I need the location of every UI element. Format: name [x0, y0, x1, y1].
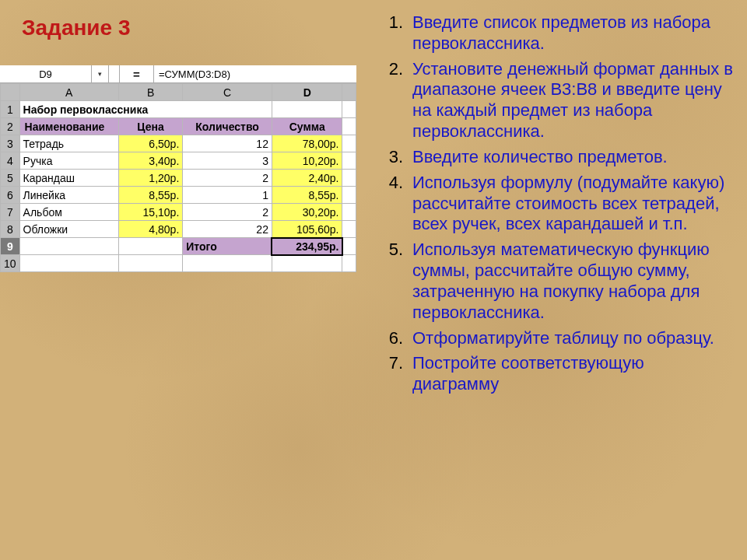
cell-B10[interactable]	[118, 255, 182, 272]
cell-B9[interactable]	[118, 238, 182, 255]
row-header-1[interactable]: 1	[1, 101, 20, 118]
cell-A10[interactable]	[19, 255, 118, 272]
col-header-D[interactable]: D	[272, 84, 342, 101]
page-title: Задание 3	[22, 16, 131, 40]
cell-D10[interactable]	[272, 255, 342, 272]
list-item: 3.Введите количество предметов.	[375, 147, 735, 168]
select-all-corner[interactable]	[1, 84, 20, 101]
cell-C5[interactable]: 2	[183, 170, 272, 187]
row-9-totals: 9 Итого 234,95р.	[1, 238, 356, 255]
col-header-A[interactable]: A	[19, 84, 118, 101]
row-1: 1 Набор первоклассника	[1, 101, 356, 118]
step-text: Отформатируйте таблицу по образцу.	[412, 328, 714, 348]
list-item: 4.Используя формулу (подумайте какую) ра…	[375, 173, 735, 235]
cell-D8[interactable]: 105,60р.	[272, 221, 342, 238]
cell-C3[interactable]: 12	[183, 135, 272, 152]
table-row: 8 Обложки 4,80р. 22 105,60р.	[1, 221, 356, 238]
step-text: Введите количество предметов.	[412, 147, 668, 166]
cell-A3[interactable]: Тетрадь	[19, 135, 118, 152]
cell-C10[interactable]	[183, 255, 272, 272]
cell-filler	[342, 101, 356, 118]
cell-A8[interactable]: Обложки	[19, 221, 118, 238]
cell-C6[interactable]: 1	[183, 187, 272, 204]
cell-C2[interactable]: Количество	[183, 118, 272, 135]
table-row: 6 Линейка 8,55р. 1 8,55р.	[1, 187, 356, 204]
cell-B6[interactable]: 8,55р.	[118, 187, 182, 204]
instructions-list: 1.Введите список предметов из набора пер…	[375, 12, 735, 400]
row-header-4[interactable]: 4	[1, 152, 20, 170]
cell-D7[interactable]: 30,20р.	[272, 204, 342, 221]
cell-A7[interactable]: Альбом	[19, 204, 118, 221]
cell-D9-active[interactable]: 234,95р.	[272, 238, 342, 255]
cell-B4[interactable]: 3,40р.	[118, 152, 182, 170]
row-2: 2 Наименование Цена Количество Сумма	[1, 118, 356, 135]
name-box[interactable]: D9	[0, 65, 92, 82]
step-number: 1.	[375, 12, 403, 33]
cell-C7[interactable]: 2	[183, 204, 272, 221]
step-text: Установите денежный формат данных в диап…	[412, 59, 733, 141]
cell-C8[interactable]: 22	[183, 221, 272, 238]
cell-A9[interactable]	[19, 238, 118, 255]
row-header-10[interactable]: 10	[1, 255, 20, 272]
step-number: 7.	[375, 353, 403, 374]
step-text: Используя математическую функцию суммы, …	[412, 240, 710, 321]
cell-B5[interactable]: 1,20р.	[118, 170, 182, 187]
col-header-filler	[342, 84, 356, 101]
equals-icon: =	[120, 65, 154, 82]
cell-filler	[342, 187, 356, 204]
cell-A5[interactable]: Карандаш	[19, 170, 118, 187]
step-text: Используя формулу (подумайте какую) расс…	[412, 173, 724, 234]
cell-filler	[342, 204, 356, 221]
row-header-3[interactable]: 3	[1, 135, 20, 152]
cell-B2[interactable]: Цена	[118, 118, 182, 135]
step-text: Постройте соответствующую диаграмму	[412, 353, 644, 394]
row-header-2[interactable]: 2	[1, 118, 20, 135]
table-row: 3 Тетрадь 6,50р. 12 78,00р.	[1, 135, 356, 152]
spreadsheet-grid[interactable]: A B C D 1 Набор первоклассника 2 Наимено…	[0, 83, 356, 272]
cell-A1[interactable]: Набор первоклассника	[19, 101, 272, 118]
step-text: Введите список предметов из набора перво…	[412, 12, 710, 53]
table-row: 5 Карандаш 1,20р. 2 2,40р.	[1, 170, 356, 187]
row-header-7[interactable]: 7	[1, 204, 20, 221]
cell-D3[interactable]: 78,00р.	[272, 135, 342, 152]
formula-bar: D9 ▾ = =СУММ(D3:D8)	[0, 65, 356, 83]
step-number: 3.	[375, 147, 403, 168]
cell-C4[interactable]: 3	[183, 152, 272, 170]
list-item: 7.Постройте соответствующую диаграмму	[375, 353, 735, 395]
col-header-B[interactable]: B	[118, 84, 182, 101]
spreadsheet: D9 ▾ = =СУММ(D3:D8) A B C D 1 Набор перв…	[0, 65, 356, 272]
cell-D5[interactable]: 2,40р.	[272, 170, 342, 187]
cell-filler	[342, 118, 356, 135]
cell-A4[interactable]: Ручка	[19, 152, 118, 170]
cell-B8[interactable]: 4,80р.	[118, 221, 182, 238]
table-row: 7 Альбом 15,10р. 2 30,20р.	[1, 204, 356, 221]
cell-A6[interactable]: Линейка	[19, 187, 118, 204]
name-box-dropdown-icon[interactable]: ▾	[92, 65, 109, 82]
column-header-row: A B C D	[1, 84, 356, 101]
cell-filler	[342, 255, 356, 272]
cell-B7[interactable]: 15,10р.	[118, 204, 182, 221]
cell-D1[interactable]	[272, 101, 342, 118]
cell-filler	[342, 135, 356, 152]
row-10: 10	[1, 255, 356, 272]
cell-D6[interactable]: 8,55р.	[272, 187, 342, 204]
row-header-6[interactable]: 6	[1, 187, 20, 204]
list-item: 2.Установите денежный формат данных в ди…	[375, 59, 735, 142]
cell-A2[interactable]: Наименование	[19, 118, 118, 135]
list-item: 5.Используя математическую функцию суммы…	[375, 240, 735, 323]
cell-D2[interactable]: Сумма	[272, 118, 342, 135]
cell-filler	[342, 238, 356, 255]
cell-filler	[342, 221, 356, 238]
cell-C9[interactable]: Итого	[183, 238, 272, 255]
formula-input[interactable]: =СУММ(D3:D8)	[154, 68, 356, 80]
formula-bar-spacer	[109, 65, 120, 82]
row-header-9[interactable]: 9	[1, 238, 20, 255]
row-header-5[interactable]: 5	[1, 170, 20, 187]
step-number: 2.	[375, 59, 403, 80]
cell-B3[interactable]: 6,50р.	[118, 135, 182, 152]
row-header-8[interactable]: 8	[1, 221, 20, 238]
col-header-C[interactable]: C	[183, 84, 272, 101]
cell-D4[interactable]: 10,20р.	[272, 152, 342, 170]
list-item: 1.Введите список предметов из набора пер…	[375, 12, 735, 54]
cell-filler	[342, 152, 356, 170]
